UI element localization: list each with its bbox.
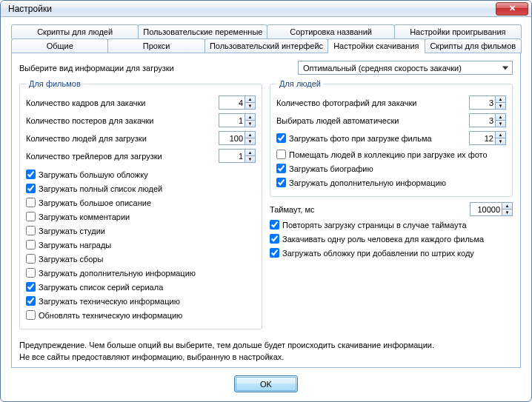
put-collection-input[interactable] — [276, 150, 286, 159]
info-type-label: Выберите вид информации для загрузки — [19, 64, 174, 73]
movie-opt-1[interactable]: Загружать полный список людей — [26, 182, 256, 195]
people-photos-spinner[interactable]: ▲▼ — [469, 96, 506, 110]
movie-opt-7[interactable]: Загружать дополнительную информацию — [26, 267, 256, 279]
spinner-down-icon[interactable]: ▼ — [496, 103, 505, 109]
movie-frames-label: Количество кадров для закачки — [26, 98, 219, 107]
spinner-up-icon[interactable]: ▲ — [496, 96, 505, 103]
spinner-down-icon[interactable]: ▼ — [245, 138, 255, 144]
people-fieldset: Для людей Количество фотографий для зака… — [270, 79, 513, 197]
spinner-up-icon[interactable]: ▲ — [245, 96, 255, 103]
movie-trailers-label: Количество трейлеров для загрузки — [26, 152, 219, 161]
movie-opt-5[interactable]: Загружать награды — [26, 238, 256, 251]
people-photos-label: Количество фотографий для закачки — [276, 98, 469, 107]
timeout-spinner[interactable]: ▲▼ — [470, 202, 513, 216]
movie-people-input[interactable] — [219, 132, 245, 144]
movie-opt-3[interactable]: Загружать комментарии — [26, 210, 256, 223]
bio-input[interactable] — [276, 164, 286, 173]
warning-line2: Не все сайты предоставляют информацию, в… — [19, 352, 513, 363]
movie-posters-label: Количество постеров для закачки — [26, 116, 219, 125]
close-button[interactable]: ✕ — [496, 2, 528, 16]
movie-opt-8-input[interactable] — [26, 282, 36, 292]
movie-frames-spinner[interactable]: ▲▼ — [219, 96, 256, 110]
right-opt-0[interactable]: Повторять загрузку страницы в случае тай… — [270, 218, 513, 231]
movie-posters-input[interactable] — [219, 114, 245, 127]
right-opt-2-input[interactable] — [270, 248, 279, 258]
content: Скрипты для людейПользовательские переме… — [1, 17, 531, 401]
movie-opt-10-input[interactable] — [26, 310, 36, 320]
movie-opt-6-input[interactable] — [26, 254, 36, 264]
spinner-down-icon[interactable]: ▼ — [502, 210, 512, 215]
tab-row-2: ОбщиеПроксиПользовательский интерфейсНас… — [11, 38, 521, 53]
tab2-0[interactable]: Общие — [11, 38, 108, 53]
spinner-up-icon[interactable]: ▲ — [502, 203, 512, 210]
spinner-down-icon[interactable]: ▼ — [496, 138, 505, 144]
spinner-down-icon[interactable]: ▼ — [245, 156, 255, 162]
movie-frames-row: Количество кадров для закачки▲▼ — [26, 95, 256, 110]
tab2-2[interactable]: Пользовательский интерфейс — [205, 38, 328, 53]
movie-frames-input[interactable] — [219, 96, 245, 109]
movie-opt-4[interactable]: Загружать студии — [26, 224, 256, 237]
movie-trailers-input[interactable] — [219, 150, 245, 162]
movie-opt-4-input[interactable] — [26, 226, 36, 235]
photo-on-movie-value-input[interactable] — [470, 132, 495, 144]
people-auto-input[interactable] — [470, 114, 495, 127]
photo-on-movie-checkbox[interactable]: Загружать фото при загрузке фильма — [276, 132, 469, 144]
timeout-row: Таймаут, мс ▲▼ — [270, 201, 513, 217]
photo-on-movie-input[interactable] — [276, 133, 286, 143]
movie-opt-10[interactable]: Обновлять техническую информацию — [26, 309, 256, 321]
movie-opt-0-input[interactable] — [26, 170, 36, 179]
spinner-down-icon[interactable]: ▼ — [245, 103, 255, 109]
movie-opt-3-label: Загружать комментарии — [39, 212, 130, 221]
timeout-input[interactable] — [471, 203, 502, 215]
tab2-3[interactable]: Настройки скачивания — [327, 38, 425, 53]
settings-window: Настройки ✕ Скрипты для людейПользовател… — [0, 0, 532, 402]
spinner-down-icon[interactable]: ▼ — [496, 121, 505, 127]
movie-people-spinner[interactable]: ▲▼ — [219, 131, 256, 145]
tab-0[interactable]: Скрипты для людей — [11, 24, 139, 38]
tab2-1[interactable]: Прокси — [107, 38, 205, 53]
tab-2[interactable]: Сортировка названий — [267, 24, 394, 38]
spinner-down-icon[interactable]: ▼ — [245, 121, 255, 127]
movie-opt-2[interactable]: Загружать большое описание — [26, 196, 256, 209]
tab-1[interactable]: Пользовательские переменные — [138, 24, 267, 38]
people-auto-spinner[interactable]: ▲▼ — [469, 113, 506, 127]
right-opt-2[interactable]: Загружать обложку при добавлении по штри… — [270, 247, 513, 259]
warning-line1: Предупреждение. Чем больше опций вы выбе… — [19, 340, 513, 351]
tab2-4[interactable]: Скрипты для фильмов — [425, 38, 522, 53]
movie-opt-3-input[interactable] — [26, 212, 36, 221]
put-collection-checkbox[interactable]: Помещать людей в коллекцию при загрузке … — [276, 148, 506, 161]
spinner-up-icon[interactable]: ▲ — [496, 132, 505, 138]
right-opt-1-input[interactable] — [270, 234, 279, 244]
movie-opt-9[interactable]: Загружать техническую информацию — [26, 295, 256, 307]
movie-opt-9-input[interactable] — [26, 296, 36, 306]
movie-opt-1-input[interactable] — [26, 184, 36, 193]
right-opt-1[interactable]: Закачивать одну роль человека для каждог… — [270, 232, 513, 245]
movie-opt-6[interactable]: Загружать сборы — [26, 252, 256, 265]
extra-input[interactable] — [276, 178, 286, 187]
spinner-up-icon[interactable]: ▲ — [245, 150, 255, 156]
spinner-up-icon[interactable]: ▲ — [496, 114, 505, 121]
right-opt-0-input[interactable] — [270, 220, 279, 230]
info-type-select[interactable]: Оптимальный (средняя скорость закачки) — [298, 61, 513, 75]
extra-checkbox[interactable]: Загружать дополнительную информацию — [276, 176, 506, 189]
movie-opt-5-input[interactable] — [26, 240, 36, 249]
photo-on-movie-label: Загружать фото при загрузке фильма — [289, 134, 432, 143]
right-opt-2-label: Загружать обложку при добавлении по штри… — [282, 249, 474, 258]
movie-people-row: Количество людей для загрузки▲▼ — [26, 130, 256, 146]
spinner-up-icon[interactable]: ▲ — [245, 114, 255, 121]
movie-opt-8[interactable]: Загружать список серий сериала — [26, 281, 256, 293]
movie-trailers-spinner[interactable]: ▲▼ — [219, 149, 256, 163]
movie-opt-0[interactable]: Загружать большую обложку — [26, 168, 256, 181]
spinner-up-icon[interactable]: ▲ — [245, 132, 255, 138]
ok-button[interactable]: OK — [234, 375, 298, 392]
people-photos-input[interactable] — [470, 96, 495, 109]
warning-text: Предупреждение. Чем больше опций вы выбе… — [19, 340, 513, 363]
movie-posters-spinner[interactable]: ▲▼ — [219, 113, 256, 127]
movie-people-label: Количество людей для загрузки — [26, 134, 219, 143]
movie-opt-2-input[interactable] — [26, 198, 36, 207]
bio-checkbox[interactable]: Загружать биографию — [276, 162, 506, 175]
photo-on-movie-spinner[interactable]: ▲▼ — [469, 131, 506, 145]
extra-label: Загружать дополнительную информацию — [289, 178, 446, 187]
movie-opt-7-input[interactable] — [26, 268, 36, 278]
tab-3[interactable]: Настройки проигрывания — [394, 24, 522, 38]
